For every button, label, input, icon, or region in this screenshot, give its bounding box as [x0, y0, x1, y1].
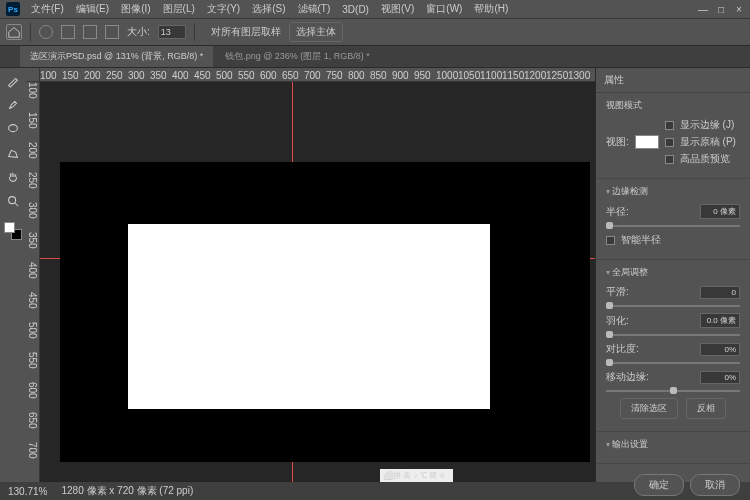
view-thumbnail[interactable]: [635, 135, 659, 149]
hand-tool-icon[interactable]: [4, 168, 22, 186]
feather-label: 羽化:: [606, 314, 629, 328]
mode-add-icon[interactable]: [83, 25, 97, 39]
menu-window[interactable]: 窗口(W): [421, 0, 467, 18]
document-tabs: 选区演示PSD.psd @ 131% (背景, RGB/8) * 钱包.png …: [0, 46, 750, 68]
sample-all-label: 对所有图层取样: [211, 25, 281, 39]
color-swatch[interactable]: [4, 222, 22, 240]
ok-button[interactable]: 确定: [634, 474, 684, 496]
properties-panel: 属性 视图模式 视图: 显示边缘 (J) 显示原稿 (P) 高品质预览 边缘检测…: [595, 68, 750, 482]
svg-point-0: [9, 125, 18, 132]
lasso-tool-icon[interactable]: [4, 120, 22, 138]
radius-value[interactable]: 0 像素: [700, 204, 740, 219]
menu-bar: Ps 文件(F) 编辑(E) 图像(I) 图层(L) 文字(Y) 选择(S) 滤…: [0, 0, 750, 18]
menu-edit[interactable]: 编辑(E): [71, 0, 114, 18]
zoom-level[interactable]: 130.71%: [8, 486, 47, 497]
canvas-area: 1001502002503003504004505005506006507007…: [26, 68, 595, 482]
edge-heading[interactable]: 边缘检测: [606, 185, 740, 198]
hq-preview-label: 高品质预览: [680, 152, 730, 166]
menu-image[interactable]: 图像(I): [116, 0, 155, 18]
maximize-button[interactable]: □: [716, 4, 726, 15]
menu-view[interactable]: 视图(V): [376, 0, 419, 18]
app-logo: Ps: [6, 2, 20, 16]
options-bar: 大小: 对所有图层取样 选择主体: [0, 18, 750, 46]
shift-slider[interactable]: [606, 390, 740, 392]
dialog-buttons: 确定 取消: [634, 474, 740, 496]
select-subject-button[interactable]: 选择主体: [289, 22, 343, 42]
canvas-stage[interactable]: [40, 82, 595, 482]
menu-help[interactable]: 帮助(H): [469, 0, 513, 18]
document-canvas[interactable]: [60, 162, 590, 462]
mode-new-icon[interactable]: [61, 25, 75, 39]
smooth-slider[interactable]: [606, 305, 740, 307]
viewmode-heading: 视图模式: [606, 99, 740, 112]
size-label: 大小:: [127, 25, 150, 39]
show-edge-label: 显示边缘 (J): [680, 118, 734, 132]
ruler-corner: [26, 68, 40, 82]
menu-select[interactable]: 选择(S): [247, 0, 290, 18]
smooth-value[interactable]: 0: [700, 286, 740, 299]
menu-file[interactable]: 文件(F): [26, 0, 69, 18]
view-label: 视图:: [606, 135, 629, 149]
radius-slider[interactable]: [606, 225, 740, 227]
doc-dimensions: 1280 像素 x 720 像素 (72 ppi): [61, 484, 193, 498]
polygon-tool-icon[interactable]: [4, 144, 22, 162]
output-heading[interactable]: 输出设置: [606, 438, 740, 451]
tool-icon[interactable]: [39, 25, 53, 39]
shift-value[interactable]: 0%: [700, 371, 740, 384]
hq-preview-checkbox[interactable]: [665, 155, 674, 164]
ime-toolbar[interactable]: ⬜拼 美 ♪ ℃ 简 ⊙ :: [380, 469, 453, 482]
feather-value[interactable]: 0.0 像素: [700, 313, 740, 328]
tab-active[interactable]: 选区演示PSD.psd @ 131% (背景, RGB/8) *: [20, 46, 213, 67]
close-button[interactable]: ×: [734, 4, 744, 15]
svg-point-1: [9, 197, 16, 204]
contrast-slider[interactable]: [606, 362, 740, 364]
tab-inactive[interactable]: 钱包.png @ 236% (图层 1, RGB/8) *: [215, 46, 380, 67]
feather-slider[interactable]: [606, 334, 740, 336]
show-edge-checkbox[interactable]: [665, 121, 674, 130]
menu-filter[interactable]: 滤镜(T): [293, 0, 336, 18]
mode-sub-icon[interactable]: [105, 25, 119, 39]
toolbox: [0, 68, 26, 482]
shift-label: 移动边缘:: [606, 370, 649, 384]
invert-button[interactable]: 反相: [686, 398, 726, 419]
menu-layer[interactable]: 图层(L): [158, 0, 200, 18]
cancel-button[interactable]: 取消: [690, 474, 740, 496]
global-heading[interactable]: 全局调整: [606, 266, 740, 279]
panel-title[interactable]: 属性: [596, 68, 750, 93]
home-icon[interactable]: [6, 24, 22, 40]
wand-tool-icon[interactable]: [4, 72, 22, 90]
smooth-label: 平滑:: [606, 285, 629, 299]
contrast-label: 对比度:: [606, 342, 639, 356]
menu-type[interactable]: 文字(Y): [202, 0, 245, 18]
clear-selection-button[interactable]: 清除选区: [620, 398, 678, 419]
white-rectangle: [128, 224, 490, 409]
radius-label: 半径:: [606, 205, 629, 219]
menu-3d[interactable]: 3D(D): [337, 2, 374, 17]
minimize-button[interactable]: —: [698, 4, 708, 15]
smart-radius-checkbox[interactable]: [606, 236, 615, 245]
ruler-horizontal[interactable]: 1001502002503003504004505005506006507007…: [40, 68, 595, 82]
show-orig-label: 显示原稿 (P): [680, 135, 736, 149]
smart-radius-label: 智能半径: [621, 233, 661, 247]
contrast-value[interactable]: 0%: [700, 343, 740, 356]
ruler-vertical[interactable]: 100150200250300350400450500550600650700: [26, 82, 40, 482]
show-orig-checkbox[interactable]: [665, 138, 674, 147]
zoom-tool-icon[interactable]: [4, 192, 22, 210]
brush-tool-icon[interactable]: [4, 96, 22, 114]
size-input[interactable]: [158, 25, 186, 39]
